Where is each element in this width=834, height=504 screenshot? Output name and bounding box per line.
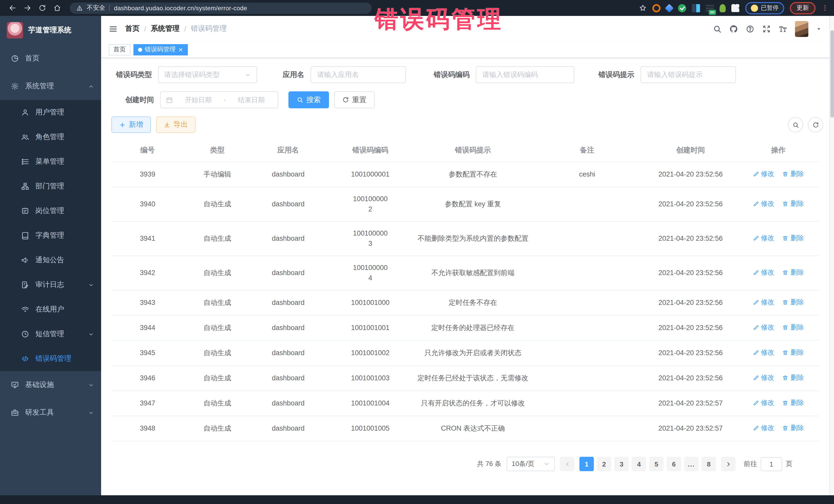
scrollbar-thumb[interactable] xyxy=(830,30,834,117)
search-button[interactable]: 搜索 xyxy=(288,91,329,108)
app-header: 首页 / 系统管理 / 错误码管理 xyxy=(101,16,829,42)
reset-button[interactable]: 重置 xyxy=(334,91,375,108)
table-header-cell: 应用名 xyxy=(251,139,325,162)
sidebar-item-gear[interactable]: 系统管理 xyxy=(0,72,101,100)
delete-link[interactable]: 删除 xyxy=(783,423,804,433)
search-icon[interactable] xyxy=(713,24,722,33)
edit-link[interactable]: 修改 xyxy=(753,267,774,278)
avatar-caret-down-icon[interactable] xyxy=(816,26,822,31)
toggle-search-button[interactable] xyxy=(788,117,803,132)
cell-created-time: 2021-04-20 23:52:56 xyxy=(643,256,738,290)
sidebar-item-dictionary[interactable]: 字典管理 xyxy=(0,223,101,248)
url-text: dashboard.yudao.iocoder.cn/system/error-… xyxy=(114,4,247,12)
address-bar[interactable]: 不安全 dashboard.yudao.iocoder.cn/system/er… xyxy=(70,2,372,14)
page-number-button[interactable]: 5 xyxy=(649,457,664,471)
github-icon[interactable] xyxy=(729,24,738,33)
hamburger-icon[interactable] xyxy=(109,24,117,33)
browser-reload-icon[interactable] xyxy=(39,4,46,12)
error-code-input[interactable] xyxy=(476,66,574,83)
edit-link[interactable]: 修改 xyxy=(753,199,774,209)
cell-error-hint: 定时任务已经处于该状态，无需修改 xyxy=(415,366,531,391)
user-avatar[interactable] xyxy=(795,21,808,37)
page-number-button[interactable]: 6 xyxy=(667,457,681,471)
font-size-icon[interactable] xyxy=(778,24,787,33)
edit-link[interactable]: 修改 xyxy=(753,297,774,307)
bookmark-star-icon[interactable] xyxy=(639,4,646,12)
add-button[interactable]: 新增 xyxy=(111,116,151,133)
sidebar-menu: 首页 系统管理 用户管理 角色管理 菜单管理 部门管理 岗位管理 字典管理 xyxy=(0,45,101,426)
tag[interactable]: 首页 xyxy=(109,44,130,55)
sidebar-item-menu[interactable]: 菜单管理 xyxy=(0,149,101,174)
sidebar-item-post[interactable]: 岗位管理 xyxy=(0,199,101,223)
delete-link[interactable]: 删除 xyxy=(783,297,804,307)
profile-paused-badge[interactable]: 已暂停 xyxy=(745,2,784,14)
delete-link[interactable]: 删除 xyxy=(783,348,804,358)
browser-forward-icon[interactable] xyxy=(24,4,31,12)
app-name-input[interactable] xyxy=(310,66,406,83)
delete-link[interactable]: 删除 xyxy=(783,373,804,383)
export-button[interactable]: 导出 xyxy=(156,116,196,133)
sidebar-item-announcement[interactable]: 通知公告 xyxy=(0,248,101,272)
sidebar-item-role[interactable]: 角色管理 xyxy=(0,125,101,149)
page-number-button[interactable]: 8 xyxy=(702,457,716,471)
edit-link[interactable]: 修改 xyxy=(753,373,774,383)
page-number-button[interactable]: 3 xyxy=(614,457,629,471)
sidebar-item-error-code[interactable]: 错误码管理 xyxy=(0,346,101,371)
fullscreen-icon[interactable] xyxy=(762,24,771,33)
delete-link[interactable]: 删除 xyxy=(783,169,804,179)
delete-link[interactable]: 删除 xyxy=(783,233,804,243)
browser-back-icon[interactable] xyxy=(9,4,17,12)
extension-orange-icon[interactable] xyxy=(652,4,660,12)
help-icon[interactable] xyxy=(746,24,754,33)
sidebar-item-online-users[interactable]: 在线用户 xyxy=(0,297,101,322)
filter-row-1: 错误码类型 请选择错误码类型 应用名 错误码编码 错误码提示 xyxy=(111,66,819,83)
extension-switch-icon[interactable]: on xyxy=(705,4,714,12)
extension-key-icon[interactable] xyxy=(719,4,725,12)
error-type-select[interactable]: 请选择错误码类型 xyxy=(158,66,257,83)
next-page-button[interactable] xyxy=(721,457,736,471)
delete-link[interactable]: 删除 xyxy=(783,267,804,278)
sidebar-item-sms[interactable]: 短信管理 xyxy=(0,322,101,346)
extension-grid-icon[interactable] xyxy=(692,4,700,12)
edit-link[interactable]: 修改 xyxy=(753,233,774,243)
edit-link[interactable]: 修改 xyxy=(753,169,774,179)
delete-link[interactable]: 删除 xyxy=(783,322,804,333)
page-size-select[interactable]: 10条/页 xyxy=(507,457,555,471)
error-hint-input[interactable] xyxy=(640,66,736,83)
browser-scrollbar[interactable] xyxy=(829,16,834,495)
export-button-label: 导出 xyxy=(174,120,188,129)
table-row: 3939 手动编辑 dashboard 1001000001 参数配置不存在 c… xyxy=(111,162,819,187)
extensions-puzzle-icon[interactable] xyxy=(731,4,739,12)
page-number-button[interactable]: 1 xyxy=(579,457,594,471)
prev-page-button[interactable] xyxy=(560,457,574,471)
sidebar-item-audit-log[interactable]: 审计日志 xyxy=(0,272,101,297)
browser-menu-icon[interactable] xyxy=(821,4,829,12)
breadcrumb-system[interactable]: 系统管理 xyxy=(151,24,180,34)
extension-gem-icon[interactable] xyxy=(665,4,673,12)
edit-link[interactable]: 修改 xyxy=(753,423,774,433)
sidebar-item-dev-tools[interactable]: 研发工具 xyxy=(0,399,101,426)
edit-link[interactable]: 修改 xyxy=(753,322,774,333)
page-number-button[interactable]: 4 xyxy=(632,457,646,471)
edit-link[interactable]: 修改 xyxy=(753,348,774,358)
delete-link[interactable]: 删除 xyxy=(783,199,804,209)
more-pages-button[interactable]: ... xyxy=(684,457,699,471)
goto-suffix: 页 xyxy=(786,459,792,468)
browser-home-icon[interactable] xyxy=(53,4,61,12)
extension-green-icon[interactable] xyxy=(678,4,686,12)
breadcrumb-home[interactable]: 首页 xyxy=(125,24,139,34)
refresh-table-button[interactable] xyxy=(808,117,823,132)
tag-close-icon[interactable] xyxy=(178,47,183,52)
edit-link[interactable]: 修改 xyxy=(753,398,774,408)
sidebar-item-infrastructure[interactable]: 基础设施 xyxy=(0,371,101,399)
date-range-picker[interactable]: 开始日期 - 结束日期 xyxy=(160,91,278,108)
browser-update-button[interactable]: 更新 xyxy=(790,2,815,14)
tag[interactable]: 错误码管理 xyxy=(133,44,188,55)
goto-page-input[interactable] xyxy=(761,457,782,471)
table-header-row: 编号类型应用名错误码编码错误码提示备注创建时间操作 xyxy=(111,139,819,162)
sidebar-item-department[interactable]: 部门管理 xyxy=(0,174,101,199)
delete-link[interactable]: 删除 xyxy=(783,398,804,408)
sidebar-item-dashboard[interactable]: 首页 xyxy=(0,45,101,72)
page-number-button[interactable]: 2 xyxy=(597,457,611,471)
sidebar-item-user[interactable]: 用户管理 xyxy=(0,100,101,125)
